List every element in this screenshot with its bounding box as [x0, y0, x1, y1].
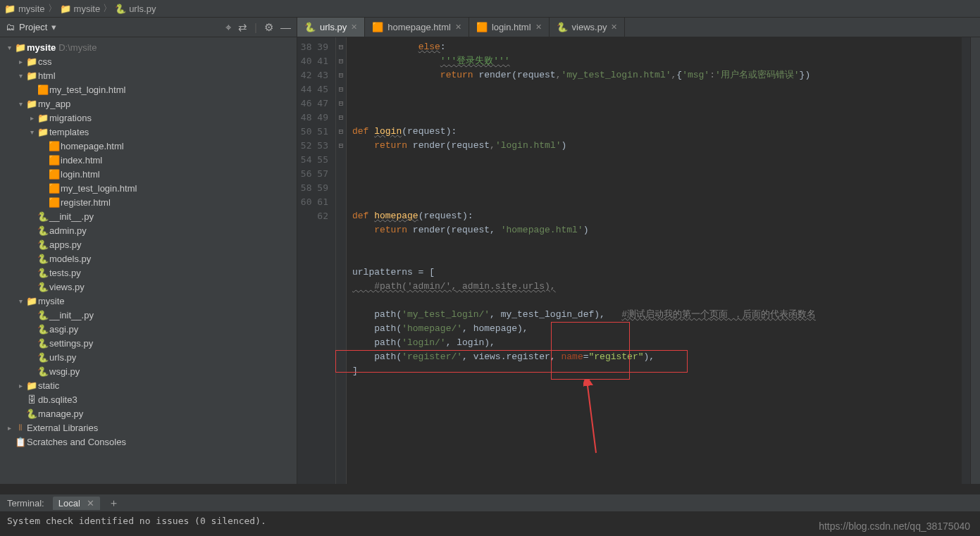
python-file-icon: 🐍 — [304, 22, 316, 32]
tree-folder-myapp[interactable]: ▾📁my_app — [0, 96, 297, 111]
terminal-tab-local[interactable]: Local ✕ — [53, 497, 101, 510]
python-file-icon: 🐍 — [37, 211, 49, 222]
tab-urls[interactable]: 🐍 urls.py ✕ — [297, 18, 365, 37]
close-icon[interactable]: ✕ — [611, 23, 617, 32]
chevron-down-icon[interactable]: ▾ — [51, 22, 56, 32]
html-file-icon: 🟧 — [48, 197, 61, 208]
breadcrumb: 📁 mysite 〉 📁 mysite 〉 🐍 urls.py — [0, 0, 980, 18]
html-file-icon: 🟧 — [48, 141, 61, 151]
python-file-icon: 🐍 — [115, 4, 126, 14]
html-file-icon: 🟧 — [476, 22, 488, 32]
library-icon: ⫴ — [14, 422, 27, 433]
tree-folder-css[interactable]: ▸📁css — [0, 54, 297, 68]
html-file-icon: 🟧 — [37, 85, 49, 95]
tree-file-init[interactable]: 🐍__init__.py — [0, 209, 297, 223]
html-file-icon: 🟧 — [48, 183, 61, 194]
database-icon: 🗄 — [25, 394, 38, 405]
python-file-icon: 🐍 — [37, 282, 49, 292]
tree-file-views[interactable]: 🐍views.py — [0, 280, 297, 294]
tree-file-register[interactable]: 🟧register.html — [0, 195, 297, 209]
python-file-icon: 🐍 — [37, 324, 49, 335]
editor-tabs: 🐍 urls.py ✕ 🟧 homepage.html ✕ 🟧 login.ht… — [297, 18, 980, 37]
breadcrumb-root[interactable]: 📁 mysite — [4, 4, 45, 14]
python-file-icon: 🐍 — [25, 409, 38, 419]
tab-views[interactable]: 🐍 views.py ✕ — [550, 18, 626, 37]
expand-icon[interactable]: ⇄ — [238, 21, 247, 34]
python-file-icon: 🐍 — [37, 268, 49, 278]
python-file-icon: 🐍 — [37, 239, 49, 250]
tree-folder-mysite[interactable]: ▾📁mysite — [0, 294, 297, 308]
tree-file-init2[interactable]: 🐍__init__.py — [0, 308, 297, 322]
html-file-icon: 🟧 — [48, 155, 61, 166]
breadcrumb-mid[interactable]: 📁 mysite — [60, 4, 101, 14]
python-file-icon: 🐍 — [37, 254, 49, 264]
tree-file-login[interactable]: 🟧login.html — [0, 167, 297, 181]
line-gutter: 38 39 40 41 42 43 44 45 46 47 48 49 50 5… — [297, 37, 336, 484]
close-icon[interactable]: ✕ — [535, 23, 542, 32]
tab-login[interactable]: 🟧 login.html ✕ — [469, 18, 550, 37]
editor-scrollbar[interactable] — [962, 37, 970, 484]
folder-icon: 📁 — [60, 4, 71, 14]
code-content[interactable]: else: '''登录失败''' return render(request,'… — [347, 37, 980, 484]
close-icon[interactable]: ✕ — [87, 498, 94, 509]
tree-folder-html[interactable]: ▾📁html — [0, 68, 297, 82]
tree-external-libs[interactable]: ▸⫴External Libraries — [0, 420, 297, 435]
tree-file-mytestlogin2[interactable]: 🟧my_test_login.html — [0, 181, 297, 195]
tree-file-apps[interactable]: 🐍apps.py — [0, 237, 297, 251]
close-icon[interactable]: ✕ — [455, 23, 461, 32]
add-terminal-button[interactable]: ＋ — [108, 497, 119, 510]
folder-icon: 📁 — [4, 4, 15, 14]
tree-file-asgi[interactable]: 🐍asgi.py — [0, 322, 297, 336]
locate-icon[interactable]: ⌖ — [225, 21, 231, 34]
tree-file-models[interactable]: 🐍models.py — [0, 251, 297, 266]
python-file-icon: 🐍 — [37, 225, 49, 236]
right-gutter — [970, 37, 980, 484]
tree-file-index[interactable]: 🟧index.html — [0, 153, 297, 167]
chevron-right-icon: 〉 — [103, 2, 112, 15]
tree-file-wsgi[interactable]: 🐍wsgi.py — [0, 364, 297, 378]
close-icon[interactable]: ✕ — [351, 23, 357, 32]
tab-homepage[interactable]: 🟧 homepage.html ✕ — [365, 18, 469, 37]
project-combo-icon: 🗂 — [6, 22, 15, 32]
breadcrumb-file[interactable]: 🐍 urls.py — [115, 4, 156, 14]
python-file-icon: 🐍 — [37, 352, 49, 363]
tree-scratches[interactable]: 📋Scratches and Consoles — [0, 435, 297, 449]
python-file-icon: 🐍 — [37, 338, 49, 349]
project-title[interactable]: Project — [19, 22, 47, 32]
tree-file-db[interactable]: 🗄db.sqlite3 — [0, 392, 297, 406]
tree-file-admin[interactable]: 🐍admin.py — [0, 223, 297, 237]
terminal-header: Terminal: Local ✕ ＋ — [0, 494, 980, 511]
tree-folder-templates[interactable]: ▾📁templates — [0, 125, 297, 139]
project-tree[interactable]: ▾📁 mysite D:\mysite ▸📁css ▾📁html 🟧my_tes… — [0, 37, 297, 484]
breadcrumb-file-label: urls.py — [129, 4, 156, 14]
breadcrumb-root-label: mysite — [18, 4, 45, 14]
python-file-icon: 🐍 — [37, 366, 49, 377]
tree-file-tests[interactable]: 🐍tests.py — [0, 266, 297, 280]
chevron-right-icon: 〉 — [48, 2, 57, 15]
tree-file-settings[interactable]: 🐍settings.py — [0, 336, 297, 350]
tree-file-homepage[interactable]: 🟧homepage.html — [0, 139, 297, 153]
tree-root-path: D:\mysite — [58, 42, 97, 53]
python-file-icon: 🐍 — [557, 22, 568, 32]
breadcrumb-mid-label: mysite — [74, 4, 101, 14]
tree-file-manage[interactable]: 🐍manage.py — [0, 406, 297, 420]
project-tool-window: 🗂 Project ▾ ⌖ ⇄ | ⚙ — ▾📁 mysite D:\mysit… — [0, 18, 297, 484]
code-editor[interactable]: 38 39 40 41 42 43 44 45 46 47 48 49 50 5… — [297, 37, 980, 484]
watermark: https://blog.csdn.net/qq_38175040 — [819, 521, 970, 532]
scratch-icon: 📋 — [14, 437, 27, 447]
tree-folder-static[interactable]: ▸📁static — [0, 378, 297, 392]
terminal-label: Terminal: — [7, 498, 44, 509]
gear-icon[interactable]: ⚙ — [264, 21, 273, 34]
html-file-icon: 🟧 — [48, 169, 61, 180]
tree-file-mytestlogin[interactable]: 🟧my_test_login.html — [0, 82, 297, 96]
python-file-icon: 🐍 — [37, 310, 49, 320]
minimize-icon[interactable]: — — [280, 21, 291, 33]
tree-folder-migrations[interactable]: ▸📁migrations — [0, 111, 297, 125]
tree-file-urls[interactable]: 🐍urls.py — [0, 350, 297, 364]
tree-root[interactable]: ▾📁 mysite D:\mysite — [0, 40, 297, 54]
html-file-icon: 🟧 — [372, 22, 383, 32]
fold-gutter[interactable]: ⊟ ⊟ ⊟ ⊟ ⊟ ⊟ ⊟ ⊟ — [336, 37, 347, 484]
tree-root-label: mysite — [27, 42, 56, 53]
